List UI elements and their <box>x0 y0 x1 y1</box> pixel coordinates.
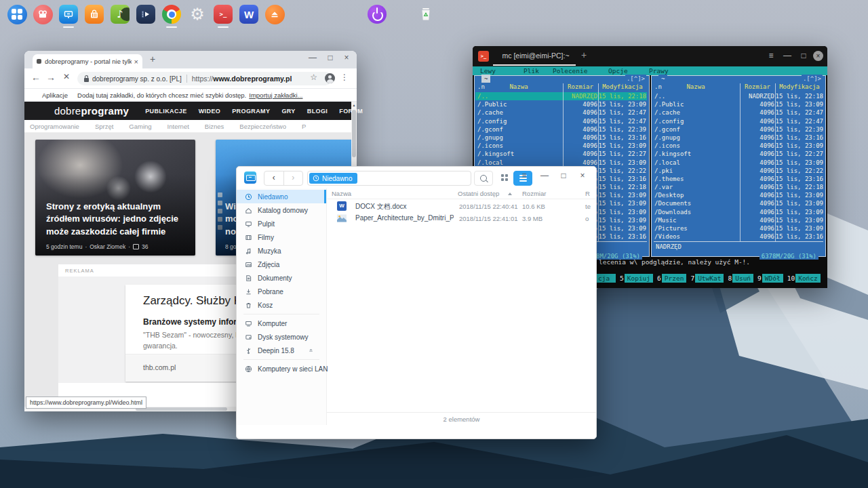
dock-deepin-movie-icon[interactable] <box>33 4 53 24</box>
mc-file-row[interactable]: /.gconf409615 lis, 22:39 <box>652 125 824 134</box>
mc-right-panel[interactable]: ~.[^]>.nNazwaRozmiarModyfikacja/..NADRZĘ… <box>651 75 826 257</box>
dock-trash-icon[interactable] <box>416 4 436 24</box>
back-button[interactable]: ← <box>30 72 42 83</box>
dock-terminal-icon[interactable]: >_ <box>213 4 233 24</box>
browser-minimize-button[interactable]: — <box>307 53 319 62</box>
mc-column-name[interactable]: Nazwa <box>652 83 740 90</box>
terminal-close-button[interactable]: × <box>813 51 823 61</box>
file-row[interactable]: Paper_Architecture_by_Dmitri_Popov.jpg20… <box>327 212 596 224</box>
mc-file-row[interactable]: /Music409615 lis, 23:09 <box>652 216 824 224</box>
ad-link[interactable]: thb.com.pl <box>143 363 176 371</box>
fm-minimize-button[interactable]: — <box>538 171 551 180</box>
mc-column-size[interactable]: Rozmiar <box>740 83 775 90</box>
browser-tab[interactable]: dobreprogramy - portal nie tylk × <box>33 54 142 68</box>
terminal-tab-title[interactable]: mc [eimi@eimi-PC]:~ <box>498 52 573 60</box>
mc-file-row[interactable]: /.gconf409615 lis, 22:39 <box>475 125 647 134</box>
mc-menu-opcje[interactable]: Opcje <box>608 67 628 75</box>
column-type[interactable]: R <box>585 190 590 197</box>
terminal-new-tab-button[interactable]: + <box>581 49 587 60</box>
eject-icon[interactable] <box>308 347 314 353</box>
tab-close-icon[interactable]: × <box>134 58 138 66</box>
profile-avatar[interactable] <box>325 73 335 83</box>
address-bar[interactable]: dobreprogramy sp. z o.o. [PL] https:// w… <box>77 72 332 85</box>
mc-file-row[interactable]: /Downloads409615 lis, 23:09 <box>652 208 824 216</box>
column-accessed[interactable]: Ostatni dostęp <box>458 190 499 197</box>
dock-wps-writer-icon[interactable]: W <box>239 4 259 24</box>
import-bookmarks-link[interactable]: Importuj zakładki... <box>249 92 302 99</box>
site-subnav-item[interactable]: Bezpieczeństwo <box>239 123 286 130</box>
fm-forward-button[interactable]: › <box>284 171 303 185</box>
mc-file-row[interactable]: /.cache409615 lis, 22:47 <box>475 108 647 117</box>
dock-power-button[interactable] <box>368 5 387 24</box>
mc-column-size[interactable]: Rozmiar <box>563 83 598 90</box>
apps-grid-icon[interactable] <box>33 92 39 98</box>
dock-control-center-icon[interactable]: ⚙ <box>187 4 208 24</box>
site-logo[interactable]: dobreprogramy <box>54 105 129 117</box>
apps-label[interactable]: Aplikacje <box>42 92 68 99</box>
site-nav-item[interactable]: PUBLIKACJE <box>145 108 187 115</box>
hscroll-thumb[interactable] <box>136 407 227 411</box>
fm-back-button[interactable]: ‹ <box>264 171 284 185</box>
mc-file-row[interactable]: /.var409615 lis, 22:18 <box>652 183 824 191</box>
mc-fkey-7[interactable]: 7UtwKat <box>690 274 724 283</box>
mc-column-name[interactable]: Nazwa <box>475 83 563 90</box>
mc-fkey-8[interactable]: 8Usuń <box>728 274 753 283</box>
file-row[interactable]: WDOCX 文档.docx2018/11/15 22:40:4110.6 KBt… <box>327 200 596 212</box>
site-nav-item[interactable]: PROGRAMY <box>232 108 270 115</box>
article-card-1[interactable]: Strony z erotyką aktualnym źródłem wirus… <box>35 140 195 256</box>
sidebar-item-pobrane[interactable]: Pobrane <box>237 285 326 298</box>
new-tab-button[interactable]: + <box>150 54 155 64</box>
mc-file-row[interactable]: /..NADRZĘD15 lis, 22:18 <box>475 92 647 100</box>
mc-file-row[interactable]: /Videos409615 lis, 23:16 <box>652 232 824 241</box>
dock-video-player-icon[interactable] <box>136 4 156 24</box>
sidebar-item-komputery-w-sieci-lan[interactable]: Komputery w sieci LAN <box>237 362 326 375</box>
mc-fkey-9[interactable]: 9WDół <box>757 274 783 283</box>
mc-file-row[interactable]: /.icons409615 lis, 23:09 <box>475 142 647 150</box>
dock-chrome-icon[interactable] <box>161 4 182 24</box>
certificate-owner[interactable]: dobreprogramy sp. z o.o. [PL] <box>92 75 182 83</box>
sidebar-item-katalog-domowy[interactable]: Katalog domowy <box>237 203 326 217</box>
terminal-menu-icon[interactable]: ≡ <box>765 51 777 60</box>
site-subnav-item[interactable]: Internet <box>167 123 189 130</box>
mc-menu-prawy[interactable]: Prawy <box>649 67 669 75</box>
mc-fkey-6[interactable]: 6Przen <box>657 274 686 283</box>
mc-menu-lewy[interactable]: Lewy <box>480 67 496 75</box>
mc-file-row[interactable]: /.gnupg409615 lis, 23:16 <box>652 134 824 142</box>
sidebar-item-muzyka[interactable]: Muzyka <box>237 244 326 258</box>
browser-maximize-button[interactable]: □ <box>324 53 336 62</box>
fm-grid-view-button[interactable] <box>496 171 513 184</box>
sidebar-item-deepin-15-8[interactable]: Deepin 15.8 <box>237 344 326 357</box>
mc-fkey-5[interactable]: 5Kopiuj <box>620 274 653 283</box>
mc-file-row[interactable]: /.config409615 lis, 22:47 <box>652 117 824 125</box>
browser-close-button[interactable]: × <box>340 53 353 62</box>
dock-file-manager-icon[interactable] <box>58 4 79 24</box>
mc-file-row[interactable]: /.icons409615 lis, 23:09 <box>652 142 824 150</box>
dock-burn-tool-icon[interactable] <box>264 4 285 24</box>
mc-file-row[interactable]: /.local409615 lis, 23:09 <box>652 159 824 167</box>
fm-breadcrumb-bar[interactable]: Niedawno <box>307 171 471 186</box>
mc-file-row[interactable]: /.Public409615 lis, 23:09 <box>475 100 647 108</box>
site-subnav-item[interactable]: Gaming <box>129 123 151 130</box>
fm-maximize-button[interactable]: □ <box>557 171 570 180</box>
site-nav-item[interactable]: GRY <box>281 108 295 115</box>
column-size[interactable]: Rozmiar <box>522 190 546 197</box>
mc-file-row[interactable]: /.cache409615 lis, 22:47 <box>652 108 824 117</box>
dock-music-icon[interactable]: ♪ <box>110 4 130 24</box>
mc-file-row[interactable]: /..NADRZĘD15 lis, 22:18 <box>652 92 824 100</box>
dock-app-store-icon[interactable] <box>84 4 104 24</box>
mc-file-row[interactable]: /.kingsoft409615 lis, 22:27 <box>475 150 647 158</box>
mc-column-modified[interactable]: Modyfikacja <box>598 83 647 90</box>
mc-file-row[interactable]: /.kingsoft409615 lis, 22:27 <box>652 150 824 158</box>
bookmark-star-icon[interactable]: ☆ <box>310 73 317 82</box>
sidebar-item-dokumenty[interactable]: Dokumenty <box>237 271 326 285</box>
mc-column-modified[interactable]: Modyfikacja <box>775 83 824 90</box>
terminal-minimize-button[interactable]: — <box>781 51 793 60</box>
site-nav-item[interactable]: WIDEO <box>199 108 221 115</box>
mc-file-row[interactable]: /.Public409615 lis, 23:09 <box>652 100 824 108</box>
sidebar-item-niedawno[interactable]: Niedawno <box>237 190 326 203</box>
scroll-up-arrow[interactable]: ▲ <box>351 103 357 107</box>
sidebar-item-komputer[interactable]: Komputer <box>237 317 326 330</box>
site-subnav-item[interactable]: P <box>302 123 306 130</box>
mc-file-row[interactable]: /Desktop409615 lis, 23:09 <box>652 191 824 199</box>
browser-menu-icon[interactable]: ⋮ <box>340 73 349 82</box>
